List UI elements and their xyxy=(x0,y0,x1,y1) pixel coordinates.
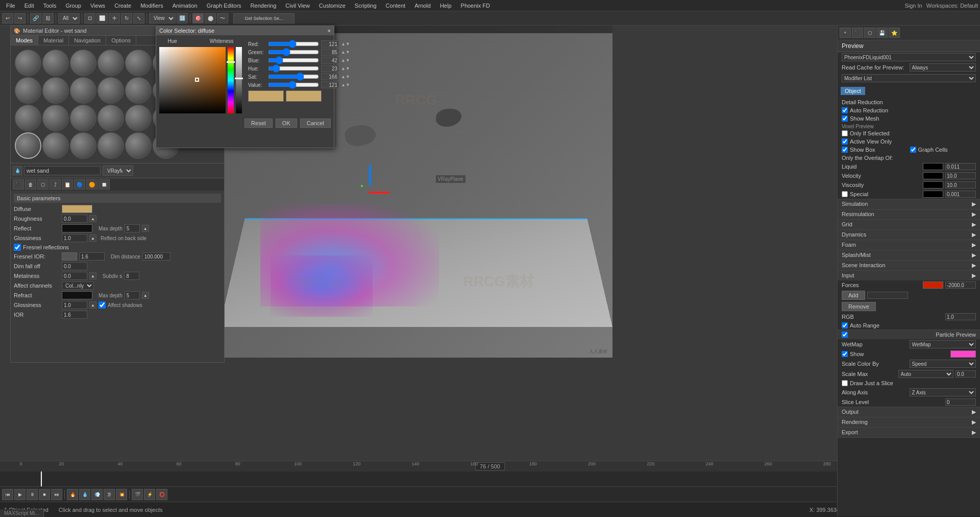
show-color[interactable] xyxy=(950,350,976,358)
max-depth-spin[interactable]: ▲ xyxy=(142,225,149,232)
red-spin[interactable]: ▲▼ xyxy=(341,41,350,46)
render-btn[interactable]: 🎯 xyxy=(192,13,204,24)
mat-toolbar-4[interactable]: ⤴ xyxy=(50,179,61,190)
view-dropdown[interactable]: View xyxy=(149,13,176,24)
mat-toolbar-2[interactable]: 🗑 xyxy=(25,179,36,190)
mat-ball-10[interactable] xyxy=(97,77,124,104)
fresnel-ior-color[interactable] xyxy=(62,252,77,261)
auto-range-check[interactable] xyxy=(842,322,848,328)
roughness-input[interactable]: 0.0 xyxy=(62,215,87,223)
pause-btn[interactable]: ⏸ xyxy=(27,489,38,500)
link-btn[interactable]: 🔗 xyxy=(30,13,41,24)
undo-btn[interactable]: ↩ xyxy=(2,13,13,24)
modifier-list-dropdown[interactable]: Modifier List xyxy=(842,74,976,82)
scale-max-dropdown[interactable]: Auto xyxy=(898,370,954,378)
mat-ball-1[interactable] xyxy=(15,50,41,76)
particle-preview-check[interactable] xyxy=(842,332,848,338)
forces-input[interactable] xyxy=(945,281,976,289)
only-if-selected-check[interactable] xyxy=(842,130,848,136)
wind-btn[interactable]: 💨 xyxy=(91,489,103,500)
move-btn[interactable]: ✛ xyxy=(109,13,120,24)
anim-btn-3[interactable]: ⭕ xyxy=(156,489,167,500)
reflect-color[interactable] xyxy=(62,224,92,232)
mat-ball-21[interactable] xyxy=(125,132,152,159)
menu-help[interactable]: Help xyxy=(436,2,456,10)
cancel-button[interactable]: Cancel xyxy=(300,119,331,128)
grid-title[interactable]: Grid ▶ xyxy=(838,220,980,229)
mat-ball-7[interactable] xyxy=(15,77,41,104)
input-title[interactable]: Input ▶ xyxy=(838,271,980,280)
fire-btn[interactable]: 🔥 xyxy=(67,489,78,500)
scale-color-dropdown[interactable]: Speed xyxy=(910,360,976,368)
dynamics-title[interactable]: Dynamics ▶ xyxy=(838,230,980,240)
explosion-btn[interactable]: 💥 xyxy=(116,489,127,500)
refract-gloss-input[interactable] xyxy=(62,301,87,309)
fresnel-check[interactable] xyxy=(14,244,21,251)
menu-arnold[interactable]: Arnold xyxy=(410,2,435,10)
auto-reduction-check[interactable] xyxy=(842,107,848,113)
snap-btn[interactable]: 🔢 xyxy=(177,13,188,24)
export-title[interactable]: Export ▶ xyxy=(838,428,980,437)
special-input[interactable] xyxy=(945,191,976,198)
menu-phoenix[interactable]: Phoenix FD xyxy=(457,2,494,10)
mat-ball-16[interactable] xyxy=(97,105,124,131)
value-spin[interactable]: ▲▼ xyxy=(341,82,350,87)
mat-ball-4[interactable] xyxy=(97,50,124,76)
mat-ball-13[interactable] xyxy=(15,105,41,131)
graph-cells-check[interactable] xyxy=(910,147,916,153)
mat-toolbar-8[interactable]: 🔲 xyxy=(99,179,110,190)
curve-editor-btn[interactable]: 〜 xyxy=(217,13,228,24)
green-value[interactable]: 85 xyxy=(321,49,339,56)
rp-btn-3[interactable]: ⬡ xyxy=(864,28,875,38)
liquid-color[interactable] xyxy=(923,163,943,170)
show-box-check[interactable] xyxy=(842,147,848,153)
rgb-input[interactable] xyxy=(945,313,976,320)
menu-edit[interactable]: Edit xyxy=(20,2,38,10)
metalness-input[interactable] xyxy=(62,272,87,280)
viscosity-color[interactable] xyxy=(923,181,943,189)
green-slider[interactable] xyxy=(268,50,319,55)
roughness-spin[interactable]: ▲ xyxy=(89,215,96,222)
value-slider[interactable] xyxy=(268,82,319,87)
mat-ball-sand-2[interactable] xyxy=(42,132,69,159)
hue-spin[interactable]: ▲▼ xyxy=(341,66,350,71)
ok-button[interactable]: OK xyxy=(276,119,297,128)
scene-interaction-title[interactable]: Scene Interaction ▶ xyxy=(838,261,980,270)
read-cache-dropdown[interactable]: Always xyxy=(910,63,976,72)
viscosity-input[interactable] xyxy=(945,181,976,189)
menu-file[interactable]: File xyxy=(2,2,19,10)
rp-btn-1[interactable]: + xyxy=(840,28,851,38)
menu-content[interactable]: Content xyxy=(382,2,410,10)
redo-btn[interactable]: ↪ xyxy=(14,13,26,24)
mat-name-input[interactable]: wet sand xyxy=(24,166,101,175)
mat-ball-2[interactable] xyxy=(42,50,69,76)
reset-button[interactable]: Reset xyxy=(244,119,273,128)
refract-gloss-spin[interactable]: ▲ xyxy=(89,301,96,309)
menu-group[interactable]: Group xyxy=(61,2,85,10)
special-color[interactable] xyxy=(923,191,943,198)
rp-btn-5[interactable]: ⭐ xyxy=(889,28,900,38)
mat-toolbar-1[interactable]: ⬛ xyxy=(13,179,24,190)
whiteness-bar[interactable] xyxy=(236,47,242,113)
menu-customize[interactable]: Customize xyxy=(315,2,350,10)
menu-create[interactable]: Create xyxy=(110,2,135,10)
close-icon[interactable]: × xyxy=(328,28,331,34)
menu-views[interactable]: Views xyxy=(86,2,109,10)
refract-max-depth-spin[interactable]: ▲ xyxy=(142,292,149,299)
rendering-title[interactable]: Rendering ▶ xyxy=(838,417,980,427)
sat-slider[interactable] xyxy=(268,74,319,79)
resimulation-title[interactable]: Resimulation ▶ xyxy=(838,209,980,219)
anim-btn-1[interactable]: 🎬 xyxy=(132,489,143,500)
subdiv-input[interactable] xyxy=(124,272,139,280)
green-spin[interactable]: ▲▼ xyxy=(341,50,350,55)
blue-value[interactable]: 42 xyxy=(321,57,339,64)
filter-dropdown[interactable]: All xyxy=(58,13,80,24)
red-slider[interactable] xyxy=(268,41,319,46)
dim-fall-input[interactable] xyxy=(62,262,87,270)
timeline-track[interactable] xyxy=(0,472,980,487)
mat-dropper-btn[interactable]: 💧 xyxy=(13,166,22,175)
unlink-btn[interactable]: ⛓ xyxy=(42,13,54,24)
object-tab[interactable]: Object xyxy=(841,87,865,95)
select-region-btn[interactable]: ⬜ xyxy=(96,13,108,24)
sat-value[interactable]: 166 xyxy=(321,73,339,80)
